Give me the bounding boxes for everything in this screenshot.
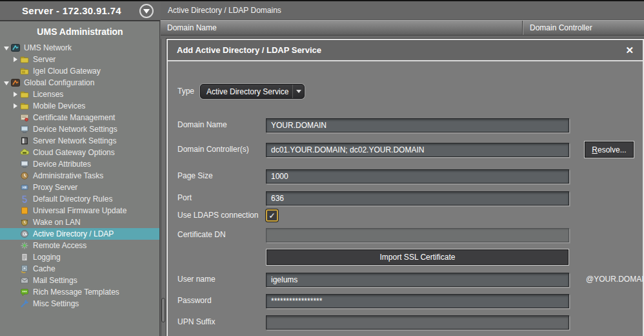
sidebar-item-mail-settings[interactable]: Mail Settings (0, 275, 159, 286)
folder-icon (20, 90, 30, 99)
sidebar-item-label: Licenses (33, 90, 63, 99)
upn-suffix-field[interactable] (266, 315, 569, 330)
sidebar-item-rich-message-templates[interactable]: Rich Message Templates (0, 286, 159, 298)
wrench-icon (20, 299, 30, 308)
expander-icon[interactable] (11, 57, 19, 62)
dialog-title: Add Active Directory / LDAP Service (177, 45, 321, 55)
domain-controllers-label: Domain Controller(s) (177, 145, 249, 154)
sidebar-item-mobile-devices[interactable]: Mobile Devices (0, 100, 159, 112)
sidebar-item-administrative-tasks[interactable]: Administrative Tasks (0, 170, 159, 182)
port-label: Port (177, 193, 192, 203)
expander-icon[interactable] (2, 78, 10, 88)
envelope-icon (20, 276, 30, 285)
sidebar: Server - 172.30.91.74 UMS Administration… (0, 1, 160, 336)
sidebar-item-label: Misc Settings (33, 299, 79, 308)
password-field[interactable] (266, 294, 569, 308)
sidebar-item-igel-cloud-gateway[interactable]: Igel Cloud Gateway (0, 65, 159, 77)
sidebar-item-label: Rich Message Templates (33, 288, 119, 297)
igel-network-icon (11, 43, 21, 52)
sidebar-item-cache[interactable]: Cache (0, 263, 159, 275)
sidebar-item-ums-network[interactable]: UMS Network (0, 42, 159, 54)
close-icon[interactable]: ✕ (625, 45, 634, 56)
password-label: Password (177, 296, 212, 306)
dialog-title-bar[interactable]: Add Active Directory / LDAP Service ✕ (168, 40, 643, 61)
column-header-domain-name[interactable]: Domain Name (161, 21, 523, 35)
import-ssl-certificate-button[interactable]: Import SSL Certificate (266, 249, 569, 266)
sidebar-item-label: Default Directory Rules (33, 194, 112, 204)
sidebar-item-server[interactable]: Server (0, 54, 159, 65)
sidebar-item-logging[interactable]: Logging (0, 251, 159, 263)
sidebar-item-remote-access[interactable]: Remote Access (0, 240, 159, 251)
type-selected-value: Active Directory Service (206, 87, 288, 96)
resolve-button[interactable]: Resolve... (584, 141, 634, 158)
sidebar-item-label: Server (33, 55, 55, 64)
sidebar-item-misc-settings[interactable]: Misc Settings (0, 298, 159, 310)
sidebar-item-server-network-settings[interactable]: Server Network Settings (0, 135, 159, 147)
firmware-icon (20, 206, 30, 215)
type-select[interactable]: Active Directory Service (200, 84, 305, 99)
sidebar-item-global-configuration[interactable]: Global Configuration (0, 77, 159, 89)
server-selector[interactable]: Server - 172.30.91.74 (0, 1, 160, 21)
page-size-field[interactable] (266, 169, 569, 184)
sidebar-item-licenses[interactable]: Licenses (0, 89, 159, 100)
user-name-label: User name (177, 275, 216, 284)
sidebar-item-label: Mobile Devices (33, 101, 85, 110)
use-ldaps-checkbox[interactable]: ✓ (266, 209, 278, 222)
monitor-icon (20, 160, 30, 169)
sidebar-item-label: Administrative Tasks (33, 171, 103, 180)
server-menu-button[interactable] (139, 4, 154, 18)
expander-icon[interactable] (11, 103, 19, 109)
sidebar-item-universal-firmware-update[interactable]: Universal Firmware Update (0, 205, 159, 216)
certificate-icon (20, 113, 30, 122)
expander-icon[interactable] (2, 43, 10, 53)
certificate-dn-field (266, 228, 569, 242)
column-label: Domain Name (167, 23, 217, 32)
folder-icon (20, 101, 30, 110)
use-ldaps-label: Use LDAPS connection (177, 211, 258, 220)
sidebar-item-label: Proxy Server (33, 183, 77, 192)
sidebar-item-certificate-management[interactable]: Certificate Management (0, 112, 159, 123)
scrollbar-thumb[interactable] (161, 298, 165, 322)
sidebar-item-cloud-gateway-options[interactable]: Cloud Gateway Options (0, 147, 159, 158)
expander-icon[interactable] (11, 92, 19, 97)
sidebar-item-active-directory-ldap[interactable]: Active Directory / LDAP (0, 228, 159, 240)
sidebar-item-label: Device Network Settings (33, 125, 117, 134)
sidebar-item-label: Wake on LAN (33, 218, 81, 227)
upn-suffix-label: UPN Suffix (177, 317, 215, 327)
at-sign-icon (20, 229, 30, 238)
document-icon (20, 253, 30, 262)
speech-bubble-icon (20, 288, 30, 297)
server-rack-icon (20, 136, 30, 145)
sidebar-item-label: Cache (33, 264, 55, 273)
port-field[interactable] (266, 191, 569, 205)
sidebar-item-device-network-settings[interactable]: Device Network Settings (0, 123, 159, 135)
ums-administration-label: UMS Administration (37, 26, 123, 37)
domain-name-field[interactable] (266, 118, 569, 132)
sidebar-item-label: Logging (33, 253, 61, 262)
sidebar-item-label: Universal Firmware Update (33, 206, 126, 215)
sidebar-item-wake-on-lan[interactable]: Wake on LAN (0, 216, 159, 228)
sidebar-item-device-attributes[interactable]: Device Attributes (0, 158, 159, 170)
chevron-down-icon (143, 9, 150, 17)
alarm-clock-icon (20, 218, 30, 227)
sidebar-item-label: Server Network Settings (33, 136, 116, 145)
domain-controllers-field[interactable] (266, 143, 569, 157)
sidebar-item-proxy-server[interactable]: Proxy Server (0, 182, 159, 193)
certificate-dn-label: Certificate DN (177, 230, 226, 240)
page-size-label: Page Size (177, 171, 213, 181)
chevron-down-icon[interactable] (293, 87, 304, 96)
sidebar-item-label: Igel Cloud Gateway (33, 67, 101, 76)
column-label: Domain Controller (530, 23, 592, 32)
sidebar-item-label: Active Directory / LDAP (33, 229, 114, 238)
user-name-field[interactable] (266, 273, 569, 287)
column-header-domain-controller[interactable]: Domain Controller (523, 21, 644, 35)
monitor-icon (20, 125, 30, 134)
sidebar-item-label: Certificate Management (33, 113, 115, 122)
dialog-body: Type Active Directory Service Domain Nam… (168, 61, 643, 336)
type-label: Type (177, 87, 194, 96)
add-ad-ldap-service-dialog: Add Active Directory / LDAP Service ✕ Ty… (166, 39, 644, 336)
disk-icon (20, 264, 30, 273)
asterisk-icon (20, 241, 30, 250)
page-title-bar: Active Directory / LDAP Domains (161, 1, 644, 20)
sidebar-item-default-directory-rules[interactable]: Default Directory Rules (0, 193, 159, 205)
